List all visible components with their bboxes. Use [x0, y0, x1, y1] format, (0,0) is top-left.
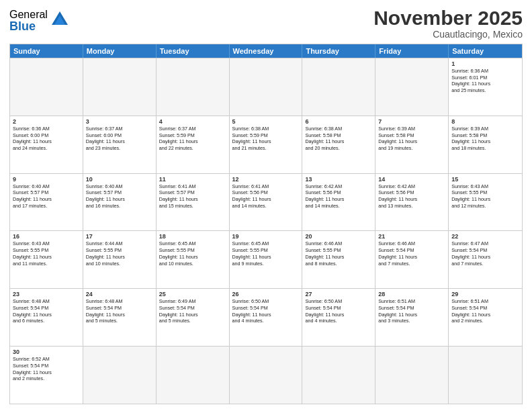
day-number: 29 — [451, 291, 519, 298]
cell-text: Sunrise: 6:40 AM Sunset: 5:57 PM Dayligh… — [13, 183, 80, 210]
header-friday: Friday — [375, 44, 449, 58]
calendar-cell — [302, 58, 375, 116]
cell-text: Sunrise: 6:48 AM Sunset: 5:54 PM Dayligh… — [13, 298, 80, 324]
day-number: 24 — [86, 291, 153, 298]
calendar-cell: 10Sunrise: 6:40 AM Sunset: 5:57 PM Dayli… — [83, 174, 157, 231]
cell-text: Sunrise: 6:36 AM Sunset: 6:01 PM Dayligh… — [451, 68, 519, 94]
calendar-cell: 23Sunrise: 6:48 AM Sunset: 5:54 PM Dayli… — [10, 289, 83, 346]
cell-text: Sunrise: 6:37 AM Sunset: 5:59 PM Dayligh… — [159, 126, 226, 152]
cell-text: Sunrise: 6:43 AM Sunset: 5:55 PM Dayligh… — [13, 240, 80, 267]
day-number: 18 — [159, 233, 226, 240]
calendar-cell — [83, 58, 157, 116]
cell-text: Sunrise: 6:45 AM Sunset: 5:55 PM Dayligh… — [159, 240, 226, 267]
day-number: 12 — [232, 176, 300, 183]
day-number: 2 — [13, 118, 80, 125]
calendar-cell — [230, 347, 303, 404]
calendar-cell — [157, 58, 230, 116]
day-number: 10 — [86, 176, 153, 183]
day-number: 3 — [86, 118, 153, 125]
calendar-cell — [375, 58, 449, 116]
calendar-cell: 14Sunrise: 6:42 AM Sunset: 5:56 PM Dayli… — [375, 174, 449, 231]
day-number: 14 — [378, 176, 445, 183]
day-number: 9 — [13, 176, 80, 183]
calendar-header: Sunday Monday Tuesday Wednesday Thursday… — [10, 44, 522, 58]
day-number: 1 — [451, 60, 519, 67]
calendar-cell: 19Sunrise: 6:45 AM Sunset: 5:55 PM Dayli… — [230, 231, 303, 288]
cell-text: Sunrise: 6:49 AM Sunset: 5:54 PM Dayligh… — [159, 298, 226, 324]
calendar-cell: 11Sunrise: 6:41 AM Sunset: 5:57 PM Dayli… — [157, 174, 230, 231]
calendar-cell: 18Sunrise: 6:45 AM Sunset: 5:55 PM Dayli… — [157, 231, 230, 288]
day-number: 8 — [451, 118, 519, 125]
main-title: November 2025 — [373, 7, 523, 29]
header-wednesday: Wednesday — [230, 44, 303, 58]
calendar-cell: 12Sunrise: 6:41 AM Sunset: 5:56 PM Dayli… — [230, 174, 303, 231]
calendar-cell: 16Sunrise: 6:43 AM Sunset: 5:55 PM Dayli… — [10, 231, 83, 288]
day-number: 23 — [13, 291, 80, 298]
calendar-cell: 29Sunrise: 6:51 AM Sunset: 5:54 PM Dayli… — [449, 289, 522, 346]
logo-blue: Blue — [9, 20, 48, 32]
cell-text: Sunrise: 6:41 AM Sunset: 5:57 PM Dayligh… — [159, 183, 226, 210]
cell-text: Sunrise: 6:41 AM Sunset: 5:56 PM Dayligh… — [232, 183, 300, 210]
subtitle: Cuautlacingo, Mexico — [373, 29, 523, 40]
calendar-cell: 21Sunrise: 6:46 AM Sunset: 5:54 PM Dayli… — [375, 231, 449, 288]
calendar-cell: 4Sunrise: 6:37 AM Sunset: 5:59 PM Daylig… — [157, 116, 230, 173]
calendar-cell: 5Sunrise: 6:38 AM Sunset: 5:59 PM Daylig… — [230, 116, 303, 173]
day-number: 5 — [232, 118, 300, 125]
calendar-cell: 15Sunrise: 6:43 AM Sunset: 5:55 PM Dayli… — [449, 174, 522, 231]
calendar-row: 1Sunrise: 6:36 AM Sunset: 6:01 PM Daylig… — [10, 58, 522, 116]
calendar-cell: 25Sunrise: 6:49 AM Sunset: 5:54 PM Dayli… — [157, 289, 230, 346]
calendar-cell: 7Sunrise: 6:39 AM Sunset: 5:58 PM Daylig… — [375, 116, 449, 173]
cell-text: Sunrise: 6:37 AM Sunset: 6:00 PM Dayligh… — [86, 126, 153, 152]
cell-text: Sunrise: 6:43 AM Sunset: 5:55 PM Dayligh… — [451, 183, 519, 210]
day-number: 30 — [13, 349, 80, 355]
calendar-row: 2Sunrise: 6:36 AM Sunset: 6:00 PM Daylig… — [10, 116, 522, 173]
calendar-cell: 1Sunrise: 6:36 AM Sunset: 6:01 PM Daylig… — [449, 58, 522, 116]
calendar-cell: 27Sunrise: 6:50 AM Sunset: 5:54 PM Dayli… — [302, 289, 375, 346]
logo-general: General — [9, 9, 48, 20]
page: General Blue November 2025 Cuautlacingo,… — [0, 0, 532, 411]
cell-text: Sunrise: 6:40 AM Sunset: 5:57 PM Dayligh… — [86, 183, 153, 210]
cell-text: Sunrise: 6:46 AM Sunset: 5:55 PM Dayligh… — [305, 240, 372, 267]
calendar-cell: 6Sunrise: 6:38 AM Sunset: 5:58 PM Daylig… — [302, 116, 375, 173]
calendar-cell — [375, 347, 449, 404]
cell-text: Sunrise: 6:44 AM Sunset: 5:55 PM Dayligh… — [86, 240, 153, 267]
cell-text: Sunrise: 6:46 AM Sunset: 5:54 PM Dayligh… — [378, 240, 445, 267]
day-number: 19 — [232, 233, 300, 240]
calendar-cell: 24Sunrise: 6:48 AM Sunset: 5:54 PM Dayli… — [83, 289, 157, 346]
day-number: 6 — [305, 118, 372, 125]
header-thursday: Thursday — [302, 44, 375, 58]
cell-text: Sunrise: 6:38 AM Sunset: 5:58 PM Dayligh… — [305, 126, 372, 152]
title-block: November 2025 Cuautlacingo, Mexico — [373, 7, 523, 40]
calendar-body: 1Sunrise: 6:36 AM Sunset: 6:01 PM Daylig… — [10, 58, 522, 404]
cell-text: Sunrise: 6:39 AM Sunset: 5:58 PM Dayligh… — [378, 126, 445, 152]
calendar-cell: 3Sunrise: 6:37 AM Sunset: 6:00 PM Daylig… — [83, 116, 157, 173]
cell-text: Sunrise: 6:38 AM Sunset: 5:59 PM Dayligh… — [232, 126, 300, 152]
calendar: Sunday Monday Tuesday Wednesday Thursday… — [9, 44, 523, 404]
calendar-cell: 2Sunrise: 6:36 AM Sunset: 6:00 PM Daylig… — [10, 116, 83, 173]
calendar-cell: 30Sunrise: 6:52 AM Sunset: 5:54 PM Dayli… — [10, 347, 83, 404]
day-number: 20 — [305, 233, 372, 240]
logo-text: General Blue — [9, 9, 48, 32]
day-number: 28 — [378, 291, 445, 298]
calendar-row: 9Sunrise: 6:40 AM Sunset: 5:57 PM Daylig… — [10, 173, 522, 231]
calendar-row: 30Sunrise: 6:52 AM Sunset: 5:54 PM Dayli… — [10, 346, 522, 404]
calendar-cell: 9Sunrise: 6:40 AM Sunset: 5:57 PM Daylig… — [10, 174, 83, 231]
calendar-row: 23Sunrise: 6:48 AM Sunset: 5:54 PM Dayli… — [10, 288, 522, 346]
day-number: 27 — [305, 291, 372, 298]
day-number: 26 — [232, 291, 300, 298]
calendar-cell — [302, 347, 375, 404]
cell-text: Sunrise: 6:45 AM Sunset: 5:55 PM Dayligh… — [232, 240, 300, 267]
cell-text: Sunrise: 6:42 AM Sunset: 5:56 PM Dayligh… — [378, 183, 445, 210]
cell-text: Sunrise: 6:50 AM Sunset: 5:54 PM Dayligh… — [232, 298, 300, 324]
header-tuesday: Tuesday — [157, 44, 230, 58]
calendar-cell — [449, 347, 522, 404]
day-number: 16 — [13, 233, 80, 240]
day-number: 25 — [159, 291, 226, 298]
calendar-cell: 22Sunrise: 6:47 AM Sunset: 5:54 PM Dayli… — [449, 231, 522, 288]
cell-text: Sunrise: 6:48 AM Sunset: 5:54 PM Dayligh… — [86, 298, 153, 324]
cell-text: Sunrise: 6:42 AM Sunset: 5:56 PM Dayligh… — [305, 183, 372, 210]
header-monday: Monday — [83, 44, 157, 58]
calendar-cell: 20Sunrise: 6:46 AM Sunset: 5:55 PM Dayli… — [302, 231, 375, 288]
cell-text: Sunrise: 6:50 AM Sunset: 5:54 PM Dayligh… — [305, 298, 372, 324]
day-number: 11 — [159, 176, 226, 183]
